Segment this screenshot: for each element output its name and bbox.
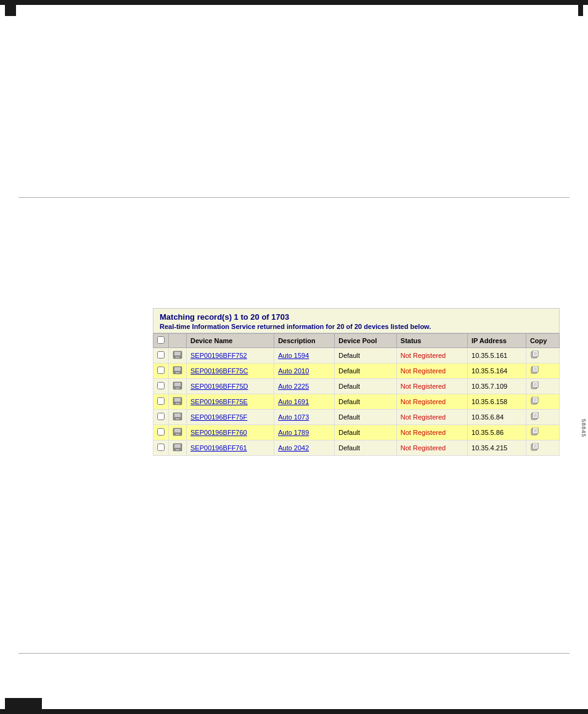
col-header-device-name: Device Name	[187, 334, 274, 348]
status-not-registered: Not Registered	[396, 348, 467, 363]
bottom-divider	[18, 653, 570, 654]
svg-point-12	[177, 372, 178, 373]
row-checkbox[interactable]	[157, 444, 165, 451]
status-not-registered: Not Registered	[396, 394, 467, 410]
phone-device-icon	[173, 442, 182, 452]
copy-cell	[526, 440, 559, 456]
device-name-link[interactable]: SEP00196BFF760	[190, 429, 247, 436]
col-header-status: Status	[396, 334, 467, 348]
top-right-decoration	[578, 5, 583, 16]
device-name-cell: SEP00196BFF752	[187, 348, 274, 363]
copy-icon[interactable]	[530, 443, 539, 453]
bottom-border	[0, 709, 588, 714]
main-content: Matching record(s) 1 to 20 of 1703 Real-…	[153, 308, 560, 456]
device-icon-cell	[169, 394, 187, 410]
device-name-cell: SEP00196BFF761	[187, 440, 274, 456]
description-cell: Auto 1073	[274, 410, 335, 425]
description-link[interactable]: Auto 1594	[278, 352, 309, 359]
phone-device-icon	[173, 396, 182, 406]
records-header: Matching record(s) 1 to 20 of 1703 Real-…	[153, 308, 560, 333]
row-checkbox[interactable]	[157, 413, 165, 420]
device-name-link[interactable]: SEP00196BFF75C	[190, 367, 248, 375]
ip-address-cell: 10.35.5.164	[468, 363, 526, 379]
row-checkbox[interactable]	[157, 367, 165, 374]
description-link[interactable]: Auto 1789	[278, 429, 309, 436]
row-checkbox[interactable]	[157, 428, 165, 436]
col-header-description: Description	[274, 334, 335, 348]
copy-svg-icon	[530, 412, 539, 421]
device-name-link[interactable]: SEP00196BFF752	[190, 352, 247, 359]
row-checkbox[interactable]	[157, 351, 165, 359]
top-border	[0, 0, 588, 5]
select-all-checkbox[interactable]	[157, 336, 165, 344]
copy-icon[interactable]	[530, 381, 539, 391]
phone-device-icon	[173, 427, 182, 437]
svg-point-3	[177, 357, 178, 358]
svg-point-21	[177, 387, 178, 389]
device-name-link[interactable]: SEP00196BFF75F	[190, 413, 247, 421]
copy-svg-icon	[530, 428, 539, 436]
table-row: SEP00196BFF760Auto 1789DefaultNot Regist…	[153, 425, 560, 440]
records-subtitle: Real-time Information Service returned i…	[160, 323, 553, 330]
row-checkbox-cell	[153, 379, 169, 394]
svg-rect-1	[174, 352, 181, 355]
device-pool-cell: Default	[335, 425, 397, 440]
device-name-link[interactable]: SEP00196BFF75E	[190, 398, 248, 405]
copy-icon[interactable]	[530, 428, 539, 437]
copy-icon[interactable]	[530, 397, 539, 407]
description-cell: Auto 2010	[274, 363, 335, 379]
ip-address-cell: 10.35.4.215	[468, 440, 526, 456]
device-name-cell: SEP00196BFF75F	[187, 410, 274, 425]
row-checkbox-cell	[153, 348, 169, 363]
phone-device-icon	[173, 350, 182, 360]
top-divider	[18, 197, 570, 198]
copy-svg-icon	[530, 366, 539, 375]
status-not-registered: Not Registered	[396, 440, 467, 456]
copy-cell	[526, 348, 559, 363]
top-left-decoration	[5, 5, 16, 16]
table-row: SEP00196BFF75CAuto 2010DefaultNot Regist…	[153, 363, 560, 379]
col-header-device-pool: Device Pool	[335, 334, 397, 348]
row-checkbox-cell	[153, 410, 169, 425]
row-checkbox[interactable]	[157, 397, 165, 405]
copy-cell	[526, 394, 559, 410]
copy-icon[interactable]	[530, 366, 539, 376]
device-pool-cell: Default	[335, 440, 397, 456]
row-checkbox-cell	[153, 425, 169, 440]
status-not-registered: Not Registered	[396, 379, 467, 394]
records-title: Matching record(s) 1 to 20 of 1703	[160, 312, 553, 322]
figure-number: 58845	[581, 419, 587, 437]
copy-cell	[526, 363, 559, 379]
ip-address-cell: 10.35.6.84	[468, 410, 526, 425]
status-not-registered: Not Registered	[396, 425, 467, 440]
device-name-cell: SEP00196BFF75D	[187, 379, 274, 394]
description-cell: Auto 2225	[274, 379, 335, 394]
device-icon-cell	[169, 348, 187, 363]
copy-svg-icon	[530, 381, 539, 390]
device-icon-cell	[169, 410, 187, 425]
device-pool-cell: Default	[335, 348, 397, 363]
ip-address-cell: 10.35.7.109	[468, 379, 526, 394]
description-link[interactable]: Auto 2225	[278, 383, 309, 390]
phone-device-icon	[173, 412, 182, 421]
device-name-link[interactable]: SEP00196BFF75D	[190, 383, 248, 390]
device-pool-cell: Default	[335, 394, 397, 410]
row-checkbox[interactable]	[157, 382, 165, 389]
svg-rect-19	[174, 383, 181, 386]
svg-point-39	[177, 418, 178, 420]
description-link[interactable]: Auto 1691	[278, 398, 309, 405]
description-link[interactable]: Auto 2042	[278, 444, 309, 452]
col-header-ip-address: IP Address	[468, 334, 526, 348]
device-icon-cell	[169, 379, 187, 394]
copy-icon[interactable]	[530, 412, 539, 422]
table-row: SEP00196BFF75DAuto 2225DefaultNot Regist…	[153, 379, 560, 394]
description-link[interactable]: Auto 1073	[278, 413, 309, 421]
description-cell: Auto 1789	[274, 425, 335, 440]
device-name-cell: SEP00196BFF75E	[187, 394, 274, 410]
table-header-row: Device Name Description Device Pool Stat…	[153, 334, 560, 348]
device-name-link[interactable]: SEP00196BFF761	[190, 444, 247, 452]
copy-icon[interactable]	[530, 351, 539, 360]
description-link[interactable]: Auto 2010	[278, 367, 309, 375]
device-table: Device Name Description Device Pool Stat…	[153, 333, 560, 456]
copy-cell	[526, 410, 559, 425]
